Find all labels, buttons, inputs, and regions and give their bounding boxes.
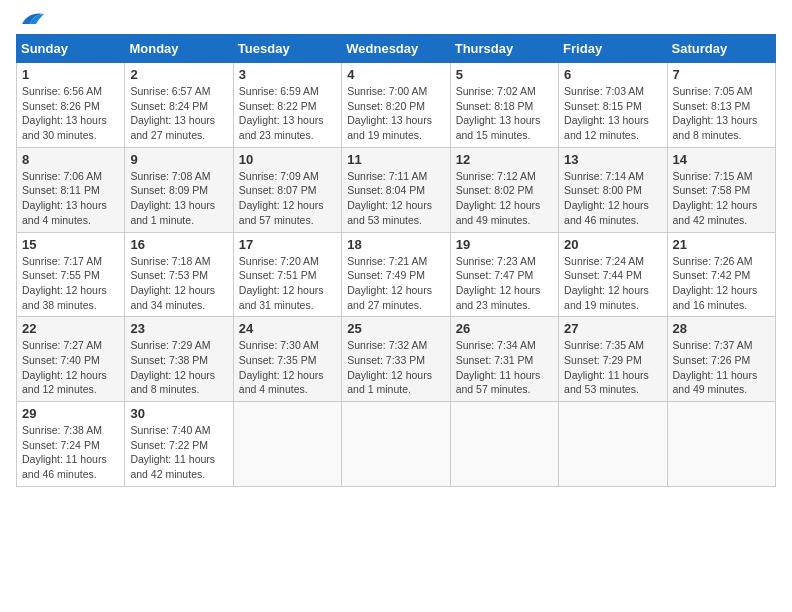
weekday-header-friday: Friday [559, 35, 667, 63]
day-detail: Sunrise: 7:17 AM Sunset: 7:55 PM Dayligh… [22, 254, 119, 313]
calendar-cell: 19Sunrise: 7:23 AM Sunset: 7:47 PM Dayli… [450, 232, 558, 317]
calendar-cell: 24Sunrise: 7:30 AM Sunset: 7:35 PM Dayli… [233, 317, 341, 402]
calendar-cell: 29Sunrise: 7:38 AM Sunset: 7:24 PM Dayli… [17, 402, 125, 487]
day-detail: Sunrise: 7:00 AM Sunset: 8:20 PM Dayligh… [347, 84, 444, 143]
day-number: 28 [673, 321, 770, 336]
calendar-cell: 15Sunrise: 7:17 AM Sunset: 7:55 PM Dayli… [17, 232, 125, 317]
calendar-cell: 18Sunrise: 7:21 AM Sunset: 7:49 PM Dayli… [342, 232, 450, 317]
calendar-cell: 25Sunrise: 7:32 AM Sunset: 7:33 PM Dayli… [342, 317, 450, 402]
day-number: 3 [239, 67, 336, 82]
day-number: 20 [564, 237, 661, 252]
day-detail: Sunrise: 7:05 AM Sunset: 8:13 PM Dayligh… [673, 84, 770, 143]
calendar-cell: 12Sunrise: 7:12 AM Sunset: 8:02 PM Dayli… [450, 147, 558, 232]
day-detail: Sunrise: 7:15 AM Sunset: 7:58 PM Dayligh… [673, 169, 770, 228]
day-detail: Sunrise: 7:03 AM Sunset: 8:15 PM Dayligh… [564, 84, 661, 143]
calendar-cell: 27Sunrise: 7:35 AM Sunset: 7:29 PM Dayli… [559, 317, 667, 402]
day-number: 15 [22, 237, 119, 252]
calendar-cell: 17Sunrise: 7:20 AM Sunset: 7:51 PM Dayli… [233, 232, 341, 317]
calendar-cell: 7Sunrise: 7:05 AM Sunset: 8:13 PM Daylig… [667, 63, 775, 148]
calendar-cell: 26Sunrise: 7:34 AM Sunset: 7:31 PM Dayli… [450, 317, 558, 402]
day-detail: Sunrise: 7:08 AM Sunset: 8:09 PM Dayligh… [130, 169, 227, 228]
logo [16, 16, 46, 24]
day-detail: Sunrise: 7:32 AM Sunset: 7:33 PM Dayligh… [347, 338, 444, 397]
page-header [16, 16, 776, 24]
calendar-cell [667, 402, 775, 487]
calendar-week-row-1: 1Sunrise: 6:56 AM Sunset: 8:26 PM Daylig… [17, 63, 776, 148]
day-number: 24 [239, 321, 336, 336]
calendar-week-row-4: 22Sunrise: 7:27 AM Sunset: 7:40 PM Dayli… [17, 317, 776, 402]
day-number: 16 [130, 237, 227, 252]
day-number: 29 [22, 406, 119, 421]
day-number: 7 [673, 67, 770, 82]
weekday-header-monday: Monday [125, 35, 233, 63]
logo-bird-icon [18, 10, 46, 28]
day-number: 9 [130, 152, 227, 167]
calendar-cell: 3Sunrise: 6:59 AM Sunset: 8:22 PM Daylig… [233, 63, 341, 148]
day-number: 4 [347, 67, 444, 82]
calendar-cell: 16Sunrise: 7:18 AM Sunset: 7:53 PM Dayli… [125, 232, 233, 317]
calendar-cell: 13Sunrise: 7:14 AM Sunset: 8:00 PM Dayli… [559, 147, 667, 232]
day-number: 19 [456, 237, 553, 252]
day-number: 26 [456, 321, 553, 336]
day-detail: Sunrise: 7:35 AM Sunset: 7:29 PM Dayligh… [564, 338, 661, 397]
day-number: 6 [564, 67, 661, 82]
calendar-cell: 4Sunrise: 7:00 AM Sunset: 8:20 PM Daylig… [342, 63, 450, 148]
calendar-cell: 30Sunrise: 7:40 AM Sunset: 7:22 PM Dayli… [125, 402, 233, 487]
day-number: 27 [564, 321, 661, 336]
calendar-cell [233, 402, 341, 487]
day-detail: Sunrise: 7:40 AM Sunset: 7:22 PM Dayligh… [130, 423, 227, 482]
calendar-week-row-5: 29Sunrise: 7:38 AM Sunset: 7:24 PM Dayli… [17, 402, 776, 487]
calendar-cell: 28Sunrise: 7:37 AM Sunset: 7:26 PM Dayli… [667, 317, 775, 402]
day-detail: Sunrise: 7:23 AM Sunset: 7:47 PM Dayligh… [456, 254, 553, 313]
calendar-header-row: SundayMondayTuesdayWednesdayThursdayFrid… [17, 35, 776, 63]
calendar-cell: 22Sunrise: 7:27 AM Sunset: 7:40 PM Dayli… [17, 317, 125, 402]
day-number: 8 [22, 152, 119, 167]
calendar-cell: 21Sunrise: 7:26 AM Sunset: 7:42 PM Dayli… [667, 232, 775, 317]
day-number: 1 [22, 67, 119, 82]
calendar-cell: 23Sunrise: 7:29 AM Sunset: 7:38 PM Dayli… [125, 317, 233, 402]
day-detail: Sunrise: 7:34 AM Sunset: 7:31 PM Dayligh… [456, 338, 553, 397]
calendar-cell: 1Sunrise: 6:56 AM Sunset: 8:26 PM Daylig… [17, 63, 125, 148]
calendar-cell: 5Sunrise: 7:02 AM Sunset: 8:18 PM Daylig… [450, 63, 558, 148]
day-detail: Sunrise: 7:21 AM Sunset: 7:49 PM Dayligh… [347, 254, 444, 313]
calendar-cell: 6Sunrise: 7:03 AM Sunset: 8:15 PM Daylig… [559, 63, 667, 148]
weekday-header-thursday: Thursday [450, 35, 558, 63]
day-number: 23 [130, 321, 227, 336]
day-detail: Sunrise: 6:59 AM Sunset: 8:22 PM Dayligh… [239, 84, 336, 143]
day-number: 2 [130, 67, 227, 82]
calendar-cell: 9Sunrise: 7:08 AM Sunset: 8:09 PM Daylig… [125, 147, 233, 232]
day-number: 18 [347, 237, 444, 252]
calendar-cell: 11Sunrise: 7:11 AM Sunset: 8:04 PM Dayli… [342, 147, 450, 232]
day-number: 30 [130, 406, 227, 421]
calendar-cell: 2Sunrise: 6:57 AM Sunset: 8:24 PM Daylig… [125, 63, 233, 148]
day-detail: Sunrise: 7:09 AM Sunset: 8:07 PM Dayligh… [239, 169, 336, 228]
calendar-week-row-3: 15Sunrise: 7:17 AM Sunset: 7:55 PM Dayli… [17, 232, 776, 317]
day-detail: Sunrise: 6:57 AM Sunset: 8:24 PM Dayligh… [130, 84, 227, 143]
day-detail: Sunrise: 7:02 AM Sunset: 8:18 PM Dayligh… [456, 84, 553, 143]
calendar-cell [559, 402, 667, 487]
day-number: 22 [22, 321, 119, 336]
calendar-cell: 20Sunrise: 7:24 AM Sunset: 7:44 PM Dayli… [559, 232, 667, 317]
day-detail: Sunrise: 7:14 AM Sunset: 8:00 PM Dayligh… [564, 169, 661, 228]
day-detail: Sunrise: 7:30 AM Sunset: 7:35 PM Dayligh… [239, 338, 336, 397]
day-detail: Sunrise: 7:38 AM Sunset: 7:24 PM Dayligh… [22, 423, 119, 482]
day-number: 10 [239, 152, 336, 167]
day-number: 5 [456, 67, 553, 82]
day-detail: Sunrise: 7:06 AM Sunset: 8:11 PM Dayligh… [22, 169, 119, 228]
calendar-cell: 14Sunrise: 7:15 AM Sunset: 7:58 PM Dayli… [667, 147, 775, 232]
day-number: 17 [239, 237, 336, 252]
day-detail: Sunrise: 7:37 AM Sunset: 7:26 PM Dayligh… [673, 338, 770, 397]
day-number: 11 [347, 152, 444, 167]
day-number: 25 [347, 321, 444, 336]
weekday-header-sunday: Sunday [17, 35, 125, 63]
day-detail: Sunrise: 6:56 AM Sunset: 8:26 PM Dayligh… [22, 84, 119, 143]
calendar-cell [342, 402, 450, 487]
calendar-table: SundayMondayTuesdayWednesdayThursdayFrid… [16, 34, 776, 487]
calendar-week-row-2: 8Sunrise: 7:06 AM Sunset: 8:11 PM Daylig… [17, 147, 776, 232]
day-detail: Sunrise: 7:12 AM Sunset: 8:02 PM Dayligh… [456, 169, 553, 228]
calendar-cell: 8Sunrise: 7:06 AM Sunset: 8:11 PM Daylig… [17, 147, 125, 232]
day-number: 14 [673, 152, 770, 167]
day-detail: Sunrise: 7:26 AM Sunset: 7:42 PM Dayligh… [673, 254, 770, 313]
day-detail: Sunrise: 7:29 AM Sunset: 7:38 PM Dayligh… [130, 338, 227, 397]
day-detail: Sunrise: 7:20 AM Sunset: 7:51 PM Dayligh… [239, 254, 336, 313]
